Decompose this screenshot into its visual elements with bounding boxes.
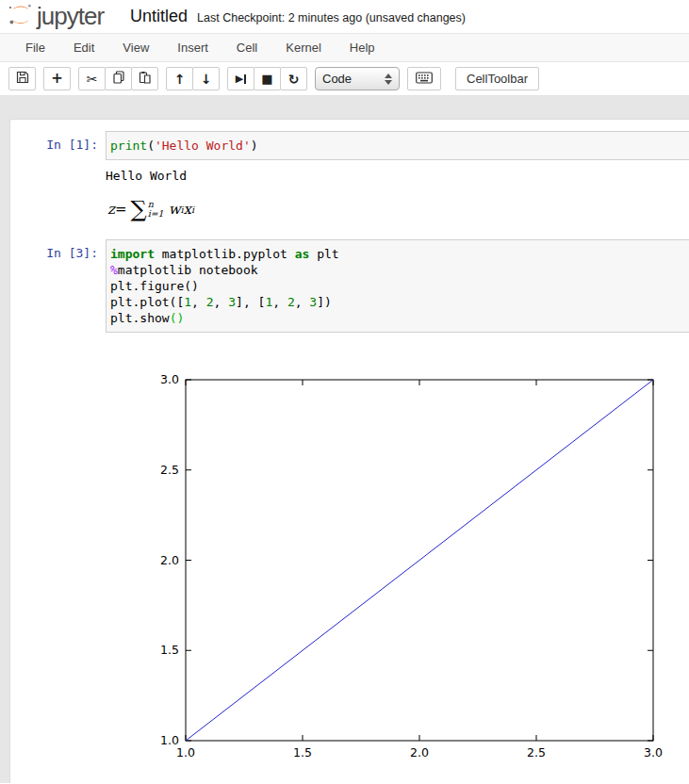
code-cell-1: In [1]: print('Hello World')	[10, 131, 689, 160]
svg-text:2.0: 2.0	[160, 553, 179, 567]
run-cell-button[interactable]: ▶	[227, 67, 254, 90]
keyboard-icon	[416, 72, 433, 87]
svg-text:1.0: 1.0	[160, 733, 179, 747]
math-lhs: z	[107, 201, 115, 218]
checkpoint-status: Last Checkpoint: 2 minutes ago (unsaved …	[197, 8, 466, 24]
code-cell-2: In [3]: import matplotlib.pyplot as plt%…	[10, 239, 689, 333]
menu-view[interactable]: View	[109, 41, 164, 55]
svg-text:1.5: 1.5	[293, 745, 312, 760]
select-spinner-icon	[385, 74, 392, 85]
command-palette-button[interactable]	[407, 67, 441, 90]
notebook-container: In [1]: print('Hello World') Hello World…	[9, 119, 689, 783]
add-cell-button[interactable]: +	[43, 67, 71, 90]
cell-1-output: Hello World	[106, 170, 689, 183]
cell-type-selected: Code	[322, 72, 352, 86]
run-icon-bar	[244, 74, 246, 84]
svg-text:1.5: 1.5	[160, 643, 179, 657]
restart-icon: ↻	[288, 73, 300, 86]
cut-cell-button[interactable]: ✂	[78, 67, 106, 90]
menu-cell[interactable]: Cell	[223, 41, 272, 55]
input-prompt: In [3]:	[10, 239, 106, 333]
restart-kernel-button[interactable]: ↻	[280, 67, 307, 90]
math-w: w	[169, 201, 181, 218]
svg-text:2.5: 2.5	[160, 463, 179, 477]
cut-icon: ✂	[87, 73, 98, 86]
copy-icon	[112, 71, 125, 87]
menubar: File Edit View Insert Cell Kernel Help	[0, 33, 689, 62]
menu-insert[interactable]: Insert	[164, 41, 223, 55]
move-cell-down-button[interactable]: ↓	[192, 67, 220, 90]
save-button[interactable]	[8, 67, 36, 90]
arrow-up-icon: ↑	[174, 73, 186, 86]
menu-help[interactable]: Help	[336, 41, 390, 55]
code-input-2[interactable]: import matplotlib.pyplot as plt%matplotl…	[106, 239, 689, 333]
math-x: x	[184, 201, 191, 218]
svg-text:3.0: 3.0	[644, 745, 663, 760]
arrow-down-icon: ↓	[201, 73, 212, 86]
paste-cell-button[interactable]	[131, 67, 158, 90]
interrupt-kernel-button[interactable]: ■	[254, 67, 281, 90]
svg-text:1.0: 1.0	[176, 745, 195, 760]
header: jupyter Untitled Last Checkpoint: 2 minu…	[0, 0, 689, 33]
notebook-title[interactable]: Untitled	[130, 7, 188, 26]
figure-output: 1.01.52.02.53.01.01.52.02.53.0	[10, 340, 689, 773]
toolbar: + ✂	[0, 62, 689, 96]
markdown-math-cell[interactable]: z = ∑ni=1wixi	[107, 198, 689, 220]
paste-icon	[139, 71, 152, 87]
math-sub: i=1	[148, 209, 164, 219]
menu-kernel[interactable]: Kernel	[272, 41, 336, 55]
menu-edit[interactable]: Edit	[60, 41, 109, 55]
math-equals: =	[115, 201, 127, 218]
jupyter-notebook-app: jupyter Untitled Last Checkpoint: 2 minu…	[0, 0, 689, 784]
notebook-site: In [1]: print('Hello World') Hello World…	[0, 96, 689, 783]
move-cell-up-button[interactable]: ↑	[166, 67, 193, 90]
jupyter-logo-icon	[8, 2, 33, 31]
copy-cell-button[interactable]	[105, 67, 132, 90]
jupyter-logo[interactable]: jupyter	[8, 2, 104, 31]
cell-type-select[interactable]: Code	[315, 67, 400, 90]
input-prompt: In [1]:	[10, 131, 106, 160]
figure-canvas: 1.01.52.02.53.01.01.52.02.53.0	[10, 340, 689, 769]
add-cell-icon: +	[51, 72, 63, 86]
sigma-symbol: ∑	[130, 198, 146, 220]
menu-file[interactable]: File	[12, 41, 60, 55]
run-icon: ▶	[236, 74, 243, 84]
math-xi: i	[191, 204, 194, 215]
svg-text:2.0: 2.0	[410, 745, 429, 760]
svg-text:2.5: 2.5	[527, 745, 546, 760]
cell-toolbar-button[interactable]: CellToolbar	[455, 67, 539, 90]
svg-text:3.0: 3.0	[160, 372, 179, 386]
save-icon	[16, 71, 29, 87]
code-input-1[interactable]: print('Hello World')	[106, 131, 689, 160]
jupyter-logo-text: jupyter	[37, 2, 104, 31]
stop-icon: ■	[261, 73, 272, 85]
